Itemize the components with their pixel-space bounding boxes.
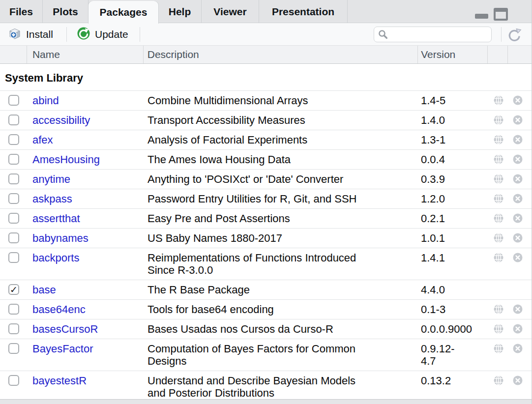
package-checkbox[interactable]: ✓ — [8, 323, 19, 334]
update-button[interactable]: Update — [75, 23, 130, 46]
remove-package-icon[interactable] — [512, 304, 523, 315]
package-checkbox[interactable]: ✓ — [8, 213, 19, 224]
remove-package-icon[interactable] — [512, 193, 523, 204]
package-checkbox[interactable]: ✓ — [8, 115, 19, 125]
description-cell: Anything to 'POSIXct' or 'Date' Converte… — [143, 173, 418, 185]
remove-package-icon[interactable] — [512, 173, 523, 184]
table-row: ✓ base The R Base Package 4.4.0 — [0, 280, 532, 299]
packages-table: System Library ✓ abind Combine Multidime… — [0, 64, 532, 404]
update-button-label: Update — [95, 29, 128, 40]
version-cell: 0.3.9 — [418, 173, 488, 185]
package-checkbox[interactable]: ✓ — [8, 173, 19, 184]
package-website-icon[interactable] — [493, 323, 504, 334]
remove-package-icon[interactable] — [512, 213, 523, 224]
package-name-link[interactable]: BayesFactor — [32, 343, 93, 355]
name-cell: backports — [27, 252, 143, 264]
tab-bar: Files Plots Packages Help Viewer Present… — [0, 0, 532, 23]
package-website-icon[interactable] — [493, 134, 504, 145]
version-cell: 4.4.0 — [418, 284, 488, 296]
package-website-icon[interactable] — [493, 304, 504, 315]
maximize-icon[interactable] — [494, 8, 508, 21]
search-input[interactable] — [388, 28, 513, 41]
remove-package-icon[interactable] — [512, 232, 523, 243]
package-website-icon[interactable] — [493, 232, 504, 243]
tab-files[interactable]: Files — [0, 0, 43, 23]
package-website-icon[interactable] — [493, 193, 504, 204]
package-name-link[interactable]: accessibility — [32, 114, 90, 126]
remove-package-icon[interactable] — [512, 95, 523, 106]
tab-plots[interactable]: Plots — [43, 0, 89, 23]
package-name-link[interactable]: askpass — [32, 193, 72, 205]
package-checkbox[interactable]: ✓ — [8, 232, 19, 243]
package-name-link[interactable]: afex — [32, 134, 53, 146]
actions-cell — [488, 193, 532, 204]
description-cell: Easy Pre and Post Assertions — [143, 212, 418, 225]
package-name-link[interactable]: backports — [32, 252, 79, 264]
remove-package-icon[interactable] — [512, 115, 523, 125]
actions-cell — [488, 173, 532, 184]
package-name-link[interactable]: assertthat — [32, 212, 80, 225]
package-name-link[interactable]: base64enc — [32, 303, 86, 316]
package-name-link[interactable]: abind — [32, 94, 59, 107]
package-name-link[interactable]: basesCursoR — [32, 323, 98, 335]
remove-package-icon[interactable] — [512, 252, 523, 263]
remove-package-icon[interactable] — [512, 323, 523, 334]
package-website-icon[interactable] — [493, 213, 504, 224]
package-website-icon[interactable] — [493, 95, 504, 106]
description-cell: Reimplementations of Functions Introduce… — [143, 252, 418, 276]
package-name-link[interactable]: AmesHousing — [32, 153, 100, 166]
package-website-icon[interactable] — [493, 343, 504, 354]
package-website-icon[interactable] — [493, 375, 504, 386]
package-checkbox[interactable]: ✓ — [8, 375, 19, 386]
update-icon — [77, 27, 90, 43]
tab-packages[interactable]: Packages — [89, 1, 158, 24]
actions-cell — [488, 94, 532, 106]
checkbox-cell: ✓ — [0, 212, 27, 224]
tab-viewer[interactable]: Viewer — [202, 0, 259, 23]
package-website-icon[interactable] — [493, 173, 504, 184]
table-header: Name Description Version — [0, 46, 532, 64]
actions-cell — [488, 153, 532, 165]
package-checkbox[interactable]: ✓ — [8, 343, 19, 354]
package-name-link[interactable]: anytime — [32, 173, 70, 185]
header-version[interactable]: Version — [417, 46, 487, 63]
package-checkbox[interactable]: ✓ — [8, 134, 19, 145]
description-cell: US Baby Names 1880-2017 — [143, 232, 418, 244]
package-checkbox[interactable]: ✓ — [8, 284, 19, 295]
package-name-link[interactable]: bayestestR — [32, 375, 87, 387]
header-description[interactable]: Description — [143, 46, 417, 63]
actions-cell — [488, 134, 532, 145]
package-checkbox[interactable]: ✓ — [8, 252, 19, 263]
version-cell: 0.9.12-4.7 — [418, 343, 488, 367]
description-cell: The R Base Package — [143, 284, 418, 296]
package-checkbox[interactable]: ✓ — [8, 304, 19, 315]
package-checkbox[interactable]: ✓ — [8, 193, 19, 204]
package-website-icon[interactable] — [493, 115, 504, 125]
package-name-link[interactable]: base — [32, 284, 56, 296]
header-website-column — [487, 46, 507, 63]
name-cell: askpass — [27, 193, 143, 205]
version-cell: 1.4.0 — [418, 114, 488, 126]
install-button[interactable]: Install — [6, 23, 55, 46]
package-checkbox[interactable]: ✓ — [8, 95, 19, 106]
description-cell: Understand and Describe Bayesian Models … — [143, 375, 418, 399]
tab-help[interactable]: Help — [158, 0, 202, 23]
remove-package-icon[interactable] — [512, 375, 523, 386]
remove-package-icon[interactable] — [512, 154, 523, 165]
refresh-icon[interactable] — [506, 27, 522, 43]
package-website-icon[interactable] — [493, 154, 504, 165]
check-icon: ✓ — [10, 285, 18, 294]
remove-package-icon[interactable] — [512, 343, 523, 354]
remove-package-icon[interactable] — [512, 134, 523, 145]
package-name-link[interactable]: babynames — [32, 232, 89, 244]
toolbar-separator — [501, 27, 502, 42]
tab-presentation[interactable]: Presentation — [259, 0, 348, 23]
table-row: ✓ bayestestR Understand and Describe Bay… — [0, 371, 532, 403]
version-cell: 0.13.2 — [418, 375, 488, 387]
minimize-icon[interactable] — [475, 14, 488, 19]
packages-toolbar: Install Update — [0, 23, 532, 46]
package-website-icon[interactable] — [493, 252, 504, 263]
header-name[interactable]: Name — [27, 46, 143, 63]
package-checkbox[interactable]: ✓ — [8, 154, 19, 165]
checkbox-cell: ✓ — [0, 173, 27, 184]
